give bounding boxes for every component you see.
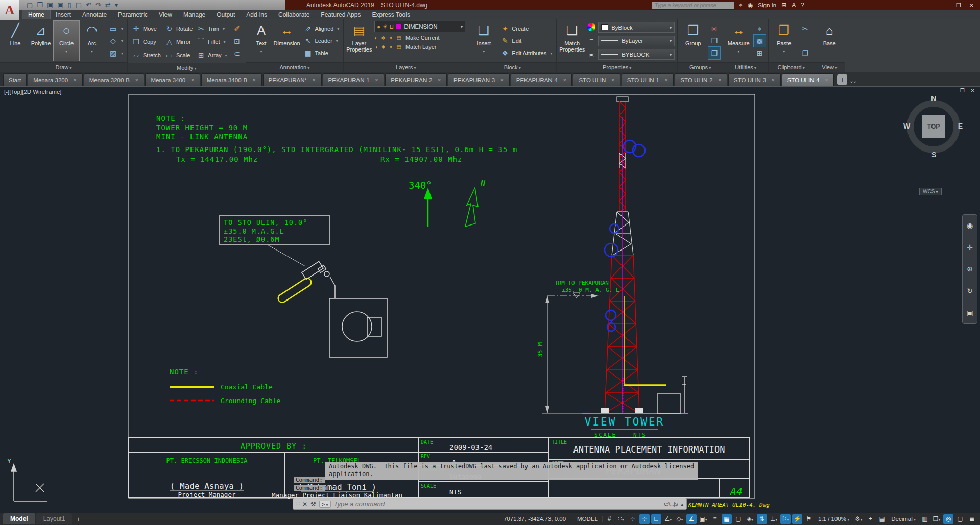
quick-select-button[interactable]: ⌖ [754,22,766,35]
polyline-button[interactable]: ⊿ Polyline [28,21,54,61]
search-icon[interactable]: ⌖ [739,2,743,9]
cut-clip-button[interactable]: ✂ [799,22,811,35]
view-caption[interactable]: VIEW TOWER SCALE NTS [585,416,664,438]
view-panel-label[interactable]: View [814,62,845,72]
trim-button[interactable]: ✂ Trim [195,22,228,35]
command-input[interactable]: Type a command [334,500,661,508]
file-tab[interactable]: STO ULIN-2 ✕ [675,73,727,86]
edit-attributes-button[interactable]: ❖ Edit Attributes [499,47,554,59]
navbar-icon[interactable]: ◉ [967,221,973,230]
help-search-input[interactable] [652,2,734,9]
object-color-dropdown[interactable]: ByBlock [598,22,675,33]
close-icon[interactable]: ✕ [825,78,829,83]
clipboard-panel-label[interactable]: Clipboard [769,62,814,72]
tower-elevation[interactable] [582,97,688,413]
infer-constraints-icon[interactable]: ⊹ [628,514,638,524]
model-space-indicator[interactable]: MODEL [573,516,603,522]
annotation-scale-icon[interactable]: ⚑ [804,514,814,524]
modify-panel-label[interactable]: Modify [128,63,246,72]
open-file-icon[interactable]: ❒ [37,0,43,10]
file-tab[interactable]: STO ULIN-3 ✕ [728,73,781,86]
explode-button[interactable]: ⊡ [231,35,243,47]
command-prompt-icon[interactable]: > [319,501,331,508]
command-line[interactable]: ∷ ✕ ⚒ > Type a command C:\...|S ▴ [293,498,687,510]
ortho-icon[interactable]: ∟ [651,514,661,524]
move-button[interactable]: ✛ Move [130,22,162,35]
sign-in-button[interactable]: Sign In [758,2,776,8]
block-panel-label[interactable]: Block [468,62,556,72]
table-button[interactable]: ▦ Table [302,47,341,59]
scale-button[interactable]: ▭ Scale [163,48,194,62]
help-icon[interactable]: ? [801,2,804,9]
viewcube-top-face[interactable]: TOP [922,115,945,138]
close-icon[interactable]: ✕ [190,78,195,83]
file-tab[interactable]: PEKAPURAN-1 ✕ [323,73,385,86]
antenna-callout[interactable]: TO STO ULIN, 10.0° ±35.0 M.A.G.L 23ESt, … [220,215,329,266]
draw-panel-label[interactable]: Draw [0,62,127,72]
file-tab[interactable]: STO ULIN-1 ✕ [622,73,674,86]
wcs-dropdown[interactable]: WCS [919,188,942,195]
block-create-button[interactable]: ✦ Create [499,22,554,35]
ribbon-tab[interactable]: Add-ins [241,10,273,19]
navbar-icon[interactable]: ▣ [966,309,973,317]
offset-button[interactable]: ⊂ [231,47,243,60]
snap-icon[interactable]: ∷ [616,514,626,524]
save-icon[interactable]: ▣ [47,0,53,10]
dwg-sheet[interactable]: NOTE : TOWER HEIGHT = 90 M MINI - LINK A… [0,87,980,513]
ucs-icon-toggle[interactable]: ⊥ [769,514,779,524]
erase-button[interactable]: ✐ [231,22,243,35]
ribbon-tab[interactable]: Parametric [112,10,153,19]
ribbon-tab[interactable]: Express Tools [366,10,415,19]
app-menu-button[interactable]: A [0,0,19,20]
annotation-visibility-icon[interactable]: ⚐ [780,514,791,524]
ribbon-tab[interactable]: Manage [178,10,211,19]
hatch-button[interactable]: ▨ [107,47,125,59]
drawing-restore-icon[interactable]: ❐ [960,88,965,93]
file-tab[interactable]: Menara 3200-B ✕ [84,73,145,86]
linetype-list-icon[interactable]: ≍ [587,51,595,59]
command-close-icon[interactable]: ✕ [302,501,307,508]
copy-clip-button[interactable]: ❐ [799,47,811,59]
model-tab[interactable]: Model [3,513,35,524]
command-customize-wrench-icon[interactable]: ⚒ [310,501,316,508]
ribbon-tab[interactable]: Collaborate [273,10,315,19]
lineweight-toggle-icon[interactable]: ≡ [710,514,720,524]
viewcube-south[interactable]: S [931,151,936,159]
annotation-monitor-icon[interactable]: + [865,514,875,524]
file-tab[interactable]: PEKAPURAN-3 ✕ [448,73,510,86]
close-icon[interactable]: ✕ [252,78,256,83]
group-button[interactable]: ❒ Group [680,21,706,61]
match-properties-button[interactable]: ❑ MatchProperties [559,21,585,61]
close-icon[interactable]: ✕ [312,78,316,83]
group-selection-toggle[interactable]: ❒ [708,47,720,59]
command-collapse-icon[interactable]: ▴ [681,502,683,507]
viewcube-north[interactable]: N [931,94,936,103]
lineweight-list-icon[interactable]: ≡ [587,37,595,45]
redo-icon[interactable]: ↷ [95,0,101,10]
isodraft-icon[interactable]: ◇ [675,514,685,524]
quick-properties-icon[interactable]: ▥ [920,514,930,524]
layer-dropdown[interactable]: ● ☀ ⊔ DIMENSION ▾ [374,21,465,32]
new-file-icon[interactable]: ▢ [27,0,33,10]
workspace-switching-icon[interactable]: ⚙ [853,514,864,524]
close-icon[interactable]: ✕ [135,78,139,83]
insert-block-button[interactable]: ❏ Insert [471,21,496,61]
autoscale-icon[interactable]: ⚡ [792,514,802,524]
file-tab[interactable]: Menara 3400 ✕ [145,73,200,86]
viewcube[interactable]: N S W E TOP [903,96,964,157]
drawing-close-icon[interactable]: ✕ [971,88,975,93]
close-icon[interactable]: ✕ [563,78,567,83]
close-button[interactable]: ✕ [969,2,974,9]
aligned-dimension-button[interactable]: ⇗ Aligned [302,22,341,35]
utilities-panel-label[interactable]: Utilities [723,62,768,72]
make-current-button[interactable]: ◐ ❄ ✦ ▤ Make Current [374,35,465,41]
navbar-icon[interactable]: ✛ [967,243,973,252]
group-edit-button[interactable]: ❒ [708,35,720,47]
object-snap-icon[interactable]: ▣ [698,514,708,524]
paste-button[interactable]: ❐ Paste [771,21,797,61]
minimize-button[interactable]: — [942,2,948,9]
rotate-button[interactable]: ↻ Rotate [163,22,194,35]
match-layer-button[interactable]: ◑ ✸ ✦ ▤ Match Layer [374,44,465,50]
file-tab[interactable]: Menara 3200 ✕ [28,73,82,86]
north-arrow[interactable]: 340° N [409,179,486,227]
